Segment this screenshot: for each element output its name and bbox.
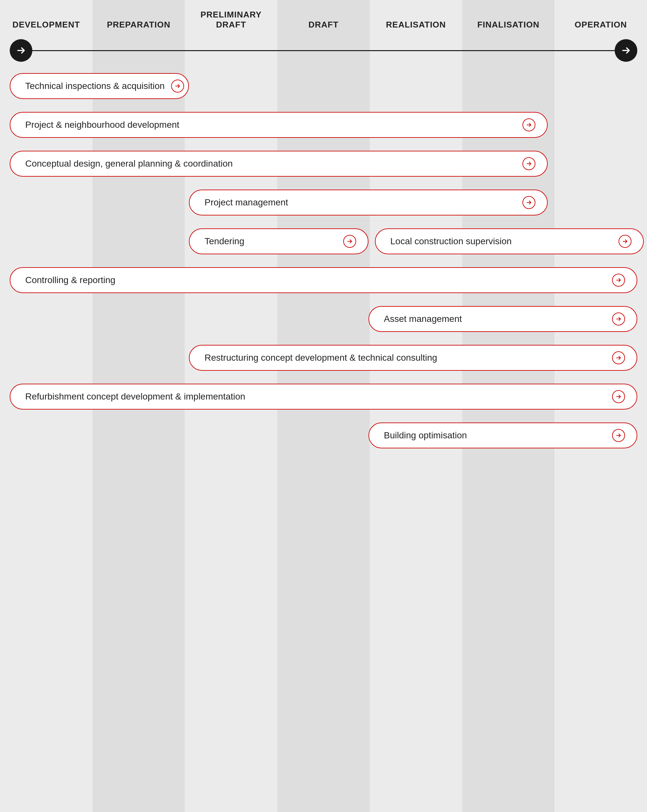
pill-group-tendering: Tendering Local construction supervision	[189, 228, 644, 254]
pill-arrow-local-construction	[618, 235, 632, 248]
pill-arrow-asset-management	[612, 313, 625, 325]
service-row-restructuring: Restructuring concept development & tech…	[10, 345, 637, 371]
phase-label-preparation: PREPARATION	[93, 20, 185, 30]
phase-label-operation: OPERATION	[554, 20, 647, 30]
pill-arrow-tendering	[343, 235, 356, 248]
pill-text-restructuring: Restructuring concept development & tech…	[204, 353, 437, 363]
pill-arrow-project-neighbourhood	[522, 118, 536, 131]
service-row-building-optimisation: Building optimisation	[10, 423, 637, 449]
pill-text-building-optimisation: Building optimisation	[384, 430, 467, 441]
phase-label-draft: DRAFT	[277, 20, 370, 30]
pill-text-project-neighbourhood: Project & neighbourhood development	[25, 120, 179, 130]
left-nav-arrow[interactable]	[10, 39, 32, 62]
pill-arrow-technical-inspections	[171, 79, 184, 93]
service-row-project-management: Project management	[10, 189, 637, 215]
pill-arrow-controlling	[612, 274, 625, 287]
pill-project-neighbourhood[interactable]: Project & neighbourhood development	[10, 112, 548, 138]
service-row-tendering-group: Tendering Local construction supervision	[10, 228, 637, 254]
phase-label-preliminary-draft: PRELIMINARY DRAFT	[185, 10, 277, 30]
pill-arrow-building-optimisation	[612, 429, 625, 442]
pill-refurbishment[interactable]: Refurbishment concept development & impl…	[10, 384, 637, 409]
pill-arrow-project-management	[522, 196, 536, 209]
phase-label-development: DEVELOPMENT	[0, 20, 93, 30]
pill-text-technical-inspections: Technical inspections & acquisition	[25, 81, 165, 91]
pill-restructuring[interactable]: Restructuring concept development & tech…	[189, 345, 637, 371]
pill-controlling[interactable]: Controlling & reporting	[10, 267, 637, 293]
service-row-asset-management: Asset management	[10, 306, 637, 332]
service-row-project-neighbourhood: Project & neighbourhood development	[10, 112, 637, 138]
pill-local-construction[interactable]: Local construction supervision	[375, 228, 644, 254]
pill-arrow-conceptual-design	[522, 157, 536, 170]
phase-header: DEVELOPMENT PREPARATION PRELIMINARY DRAF…	[0, 0, 647, 34]
pill-arrow-restructuring	[612, 351, 625, 364]
pill-arrow-refurbishment	[612, 390, 625, 403]
pill-text-refurbishment: Refurbishment concept development & impl…	[25, 391, 245, 402]
phase-label-finalisation: FINALISATION	[462, 20, 555, 30]
service-row-conceptual-design: Conceptual design, general planning & co…	[10, 151, 637, 177]
pill-asset-management[interactable]: Asset management	[368, 306, 637, 332]
pill-tendering[interactable]: Tendering	[189, 228, 368, 254]
pill-building-optimisation[interactable]: Building optimisation	[368, 423, 637, 449]
pill-text-tendering: Tendering	[204, 236, 244, 247]
timeline-line	[32, 50, 615, 51]
phase-label-realisation: REALISATION	[370, 20, 462, 30]
pill-technical-inspections[interactable]: Technical inspections & acquisition	[10, 73, 189, 99]
pill-project-management[interactable]: Project management	[189, 189, 548, 215]
service-row-controlling: Controlling & reporting	[10, 267, 637, 293]
services-section: Technical inspections & acquisition Proj…	[0, 63, 647, 449]
service-row-refurbishment: Refurbishment concept development & impl…	[10, 384, 637, 409]
pill-text-controlling: Controlling & reporting	[25, 275, 116, 285]
timeline-row	[0, 38, 647, 63]
pill-text-project-management: Project management	[204, 197, 288, 208]
pill-text-asset-management: Asset management	[384, 314, 462, 324]
pill-conceptual-design[interactable]: Conceptual design, general planning & co…	[10, 151, 548, 177]
right-nav-arrow[interactable]	[615, 39, 637, 62]
diagram-container: DEVELOPMENT PREPARATION PRELIMINARY DRAF…	[0, 0, 647, 812]
service-row-technical-inspections: Technical inspections & acquisition	[10, 73, 637, 99]
pill-text-conceptual-design: Conceptual design, general planning & co…	[25, 159, 233, 169]
pill-text-local-construction: Local construction supervision	[391, 236, 512, 247]
